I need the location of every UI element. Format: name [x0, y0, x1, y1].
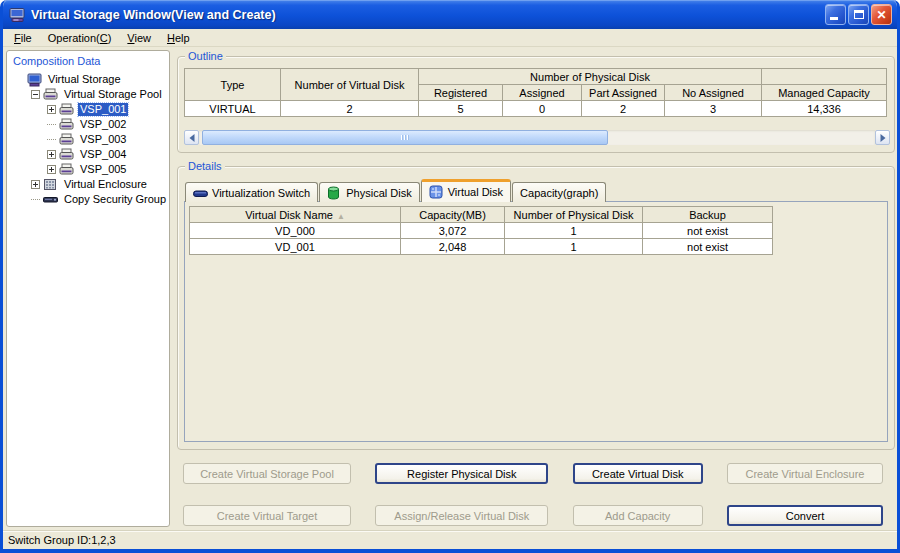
tree-item-virtual-storage[interactable]: Virtual Storage: [12, 72, 167, 87]
outline-cell: VIRTUAL: [185, 101, 281, 117]
outline-col-type: Type: [185, 69, 281, 101]
menu-item-file[interactable]: File: [6, 30, 40, 46]
virtual-disk-row-vd-000[interactable]: VD_0003,0721not exist: [190, 223, 773, 239]
details-tabs: Virtualization SwitchPhysical DiskVirtua…: [184, 179, 888, 202]
create-virtual-target-button: Create Virtual Target: [183, 505, 351, 526]
tree-item-label: VSP_005: [78, 163, 128, 176]
storage-pool-icon: [59, 118, 75, 132]
outline-cell: 2: [582, 101, 665, 117]
tree-item-vsp-002[interactable]: VSP_002: [12, 117, 167, 132]
expand-icon[interactable]: [31, 180, 40, 189]
virtual-disk-cell: 1: [505, 239, 643, 255]
outline-cell: 5: [419, 101, 503, 117]
outline-row[interactable]: VIRTUAL2502314,336: [185, 101, 887, 117]
expand-icon[interactable]: [47, 165, 56, 174]
content-area: Outline TypeNumber of Virtual DiskNumber…: [177, 49, 895, 528]
outline-horizontal-scrollbar: [184, 130, 890, 145]
expand-icon[interactable]: [47, 105, 56, 114]
status-text: Switch Group ID:1,2,3: [8, 534, 116, 546]
menu-item-view[interactable]: View: [119, 30, 159, 46]
add-capacity-button: Add Capacity: [573, 505, 703, 526]
title-bar[interactable]: Virtual Storage Window(View and Create) …: [3, 0, 897, 29]
tab-capacity-graph[interactable]: Capacity(graph): [512, 182, 606, 202]
outline-group: Outline TypeNumber of Virtual DiskNumber…: [177, 56, 895, 153]
close-icon: ✕: [872, 5, 891, 24]
scroll-right-button[interactable]: [875, 130, 890, 145]
maximize-button[interactable]: [848, 4, 869, 25]
tab-label: Virtualization Switch: [212, 187, 310, 199]
panel-splitter[interactable]: [170, 49, 177, 528]
outline-col-managed-capacity: Managed Capacity: [762, 85, 887, 101]
details-col-virtual-disk-name[interactable]: Virtual Disk Name▲: [190, 207, 401, 223]
window-title: Virtual Storage Window(View and Create): [31, 8, 820, 22]
tree-connector: [47, 139, 56, 140]
outline-group-label: Outline: [185, 50, 226, 63]
application-window: Virtual Storage Window(View and Create) …: [0, 0, 900, 553]
enclosure-icon: [43, 178, 59, 192]
tree-item-label: VSP_004: [78, 148, 128, 161]
tab-virtual-disk[interactable]: Virtual Disk: [421, 179, 511, 202]
scrollbar-thumb[interactable]: [202, 130, 608, 145]
tab-virtualization-switch[interactable]: Virtualization Switch: [185, 182, 318, 202]
scrollbar-track[interactable]: [199, 130, 875, 145]
tree-item-label: Virtual Storage: [46, 73, 123, 86]
outline-cell: 14,336: [762, 101, 887, 117]
switch-icon: [193, 186, 208, 200]
outline-subcol-registered: Registered: [419, 85, 503, 101]
virtual-disk-cell: 3,072: [401, 223, 505, 239]
create-virtual-enclosure-button: Create Virtual Enclosure: [727, 463, 883, 484]
tree-item-label: VSP_003: [78, 133, 128, 146]
virtual-disk-icon: [429, 185, 444, 199]
scroll-left-button[interactable]: [184, 130, 199, 145]
storage-pool-icon: [59, 163, 75, 177]
menu-bar: FileOperation(C)ViewHelp: [3, 29, 897, 47]
maximize-icon: [854, 10, 864, 19]
tree-item-virtual-storage-pool[interactable]: Virtual Storage Pool: [12, 87, 167, 102]
menu-item-operation-c[interactable]: Operation(C): [40, 30, 120, 46]
virtual-disk-cell: VD_000: [190, 223, 401, 239]
tree-item-label: Virtual Storage Pool: [62, 88, 164, 101]
virtual-disk-cell: not exist: [643, 223, 773, 239]
minimize-button[interactable]: [825, 4, 846, 25]
collapse-icon[interactable]: [31, 90, 40, 99]
register-physical-disk-button[interactable]: Register Physical Disk: [375, 463, 548, 484]
assign-release-virtual-disk-button: Assign/Release Virtual Disk: [375, 505, 548, 526]
details-col-capacity-mb[interactable]: Capacity(MB): [401, 207, 505, 223]
expand-icon[interactable]: [47, 150, 56, 159]
action-buttons: Create Virtual Storage PoolRegister Phys…: [183, 463, 883, 526]
security-group-icon: [43, 193, 59, 207]
sidebar-title: Composition Data: [7, 51, 169, 70]
storage-pool-icon: [59, 133, 75, 147]
physical-disk-icon: [327, 186, 342, 200]
main-area: Composition Data Virtual StorageVirtual …: [3, 47, 897, 530]
tab-physical-disk[interactable]: Physical Disk: [319, 182, 419, 202]
tree-item-vsp-003[interactable]: VSP_003: [12, 132, 167, 147]
virtual-disk-row-vd-001[interactable]: VD_0012,0481not exist: [190, 239, 773, 255]
outline-col-number-of-physical-disk: Number of Physical Disk: [419, 69, 762, 85]
details-col-number-of-physical-disk[interactable]: Number of Physical Disk: [505, 207, 643, 223]
tree-item-copy-security-group[interactable]: Copy Security Group: [12, 192, 167, 207]
storage-pool-icon: [59, 148, 75, 162]
app-icon: [9, 7, 26, 23]
menu-item-help[interactable]: Help: [159, 30, 198, 46]
outline-table: TypeNumber of Virtual DiskNumber of Phys…: [184, 68, 887, 117]
outline-col-number-of-virtual-disk: Number of Virtual Disk: [281, 69, 419, 101]
tree-item-label: Copy Security Group: [62, 193, 168, 206]
window-controls: ✕: [825, 4, 892, 25]
tab-label: Virtual Disk: [448, 186, 503, 198]
outline-subcol-assigned: Assigned: [503, 85, 582, 101]
convert-button[interactable]: Convert: [727, 505, 883, 526]
outline-col-blank: [762, 69, 887, 85]
virtual-disk-table: Virtual Disk Name▲Capacity(MB)Number of …: [189, 206, 773, 255]
details-col-backup[interactable]: Backup: [643, 207, 773, 223]
tree-item-vsp-001[interactable]: VSP_001: [12, 102, 167, 117]
tree-item-virtual-enclosure[interactable]: Virtual Enclosure: [12, 177, 167, 192]
tree-item-vsp-004[interactable]: VSP_004: [12, 147, 167, 162]
create-virtual-disk-button[interactable]: Create Virtual Disk: [573, 463, 703, 484]
composition-data-panel: Composition Data Virtual StorageVirtual …: [6, 50, 170, 527]
tree-item-label: Virtual Enclosure: [62, 178, 149, 191]
sort-ascending-icon: ▲: [337, 212, 345, 221]
storage-pool-icon: [43, 88, 59, 102]
close-button[interactable]: ✕: [871, 4, 892, 25]
tree-item-vsp-005[interactable]: VSP_005: [12, 162, 167, 177]
